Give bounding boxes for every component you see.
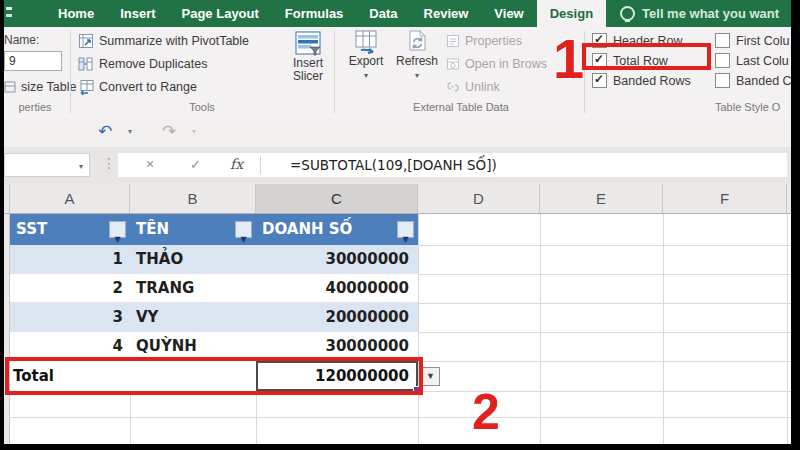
summarize-pivottable-button[interactable]: Summarize with PivotTable (78, 32, 249, 50)
annotation-box-total-row (582, 43, 711, 70)
gridline (418, 214, 419, 444)
open-in-browser-button-disabled: Open in Brows (446, 55, 547, 73)
lightbulb-icon (620, 6, 635, 21)
table-row[interactable]: 3 VY 20000000 (10, 303, 418, 332)
gridline (418, 303, 791, 304)
browser-icon (446, 57, 460, 71)
unlink-icon (446, 80, 460, 94)
name-box-dropdown-icon[interactable]: ▾ (79, 162, 83, 171)
tab-page-layout[interactable]: Page Layout (169, 0, 272, 27)
app-icon (4, 0, 15, 27)
column-headers: A B C D E F (4, 184, 791, 214)
annotation-box-total-result (5, 357, 423, 395)
properties-group-label: perties (4, 101, 66, 113)
tab-review[interactable]: Review (411, 0, 482, 27)
table-row[interactable]: 1 THẢO 30000000 (10, 245, 418, 274)
annotation-step-2: 2 (472, 389, 500, 435)
tab-view[interactable]: View (481, 0, 536, 27)
insert-function-icon[interactable]: fx (230, 156, 243, 172)
header-cell-ten[interactable]: TÊN (130, 214, 256, 245)
annotation-step-1: 1 (553, 31, 584, 87)
header-cell-sst[interactable]: SST (10, 214, 130, 245)
undo-icon[interactable]: ↶ (98, 121, 112, 143)
external-table-data-group-label: External Table Data (338, 101, 584, 113)
gridline (418, 332, 791, 333)
table-header-row: SST TÊN DOANH SỐ (10, 214, 418, 245)
tell-me-box[interactable]: Tell me what you want (606, 0, 779, 27)
gridline (787, 214, 788, 444)
divider (260, 156, 261, 174)
export-icon (353, 29, 379, 55)
checkbox-unchecked-icon[interactable] (715, 73, 730, 88)
properties-icon (446, 34, 460, 48)
column-header-d[interactable]: D (418, 184, 540, 213)
resize-table-icon (4, 81, 16, 93)
ribbon: Name: size Table perties Summarize with … (4, 27, 791, 119)
table-name-label: Name: (4, 33, 39, 47)
quick-access-toolbar: ↶ ▾ ↷ ▾ (4, 118, 791, 147)
column-header-c-selected[interactable]: C (256, 184, 418, 213)
pivottable-icon (78, 33, 94, 49)
convert-to-range-button[interactable]: Convert to Range (78, 78, 197, 96)
table-name-input[interactable] (4, 51, 62, 71)
tab-insert[interactable]: Insert (107, 0, 168, 27)
tab-design-active[interactable]: Design (537, 0, 606, 27)
checkbox-banded-rows[interactable]: Banded Rows (592, 73, 691, 88)
redo-dropdown-icon-disabled: ▾ (192, 127, 196, 136)
checkbox-last-column[interactable]: Last Colu (715, 53, 789, 68)
filter-dropdown-icon[interactable] (235, 221, 252, 238)
convert-to-range-icon (78, 79, 94, 95)
tab-home[interactable]: Home (45, 0, 107, 27)
checkbox-unchecked-icon[interactable] (715, 53, 730, 68)
checkbox-first-column[interactable]: First Colu (715, 33, 789, 48)
formula-bar-row: ▾ ⋮ × ✓ fx =SUBTOTAL(109,[DOANH SỐ]) (4, 147, 791, 186)
checkbox-unchecked-icon[interactable] (715, 33, 730, 48)
export-dropdown-icon[interactable]: ▾ (364, 69, 368, 82)
total-row-function-dropdown[interactable]: ▼ (421, 367, 440, 386)
excel-window: Home Insert Page Layout Formulas Data Re… (4, 0, 791, 444)
gridline (418, 274, 791, 275)
undo-dropdown-icon[interactable]: ▾ (128, 127, 132, 136)
column-header-a[interactable]: A (10, 184, 130, 213)
cancel-icon[interactable]: × (146, 156, 154, 172)
filter-dropdown-icon[interactable] (109, 221, 126, 238)
name-box[interactable]: ▾ (4, 153, 90, 177)
column-header-b[interactable]: B (130, 184, 256, 213)
gridline (418, 245, 791, 246)
gridline (663, 214, 664, 444)
tools-group-label: Tools (70, 101, 334, 113)
filter-dropdown-icon[interactable] (397, 221, 414, 238)
header-cell-doanh-so[interactable]: DOANH SỐ (256, 214, 418, 245)
gridline (10, 417, 791, 418)
table-row[interactable]: 2 TRANG 40000000 (10, 274, 418, 303)
tell-me-label: Tell me what you want (642, 6, 779, 21)
unlink-button-disabled: Unlink (446, 78, 500, 96)
column-header-e[interactable]: E (540, 184, 663, 213)
export-button[interactable]: Export ▾ (343, 29, 389, 82)
enter-icon[interactable]: ✓ (190, 157, 201, 172)
remove-duplicates-button[interactable]: Remove Duplicates (78, 55, 207, 73)
column-header-f[interactable]: F (663, 184, 787, 213)
resize-table-button[interactable]: size Table (4, 78, 76, 96)
table-style-options-group-label: Table Style O (715, 101, 791, 113)
formula-bar-grip-icon: ⋮ (102, 155, 116, 171)
tab-formulas[interactable]: Formulas (272, 0, 357, 27)
refresh-dropdown-icon[interactable]: ▾ (415, 69, 419, 82)
formula-text[interactable]: =SUBTOTAL(109,[DOANH SỐ]) (290, 157, 497, 173)
refresh-button[interactable]: Refresh ▾ (393, 29, 441, 82)
checkbox-banded-columns[interactable]: Banded C (715, 73, 791, 88)
ribbon-tab-bar: Home Insert Page Layout Formulas Data Re… (4, 0, 791, 27)
redo-icon-disabled: ↷ (162, 121, 176, 143)
formula-field[interactable]: × ✓ fx =SUBTOTAL(109,[DOANH SỐ]) (118, 153, 787, 177)
checkbox-checked-icon[interactable] (592, 73, 607, 88)
tab-data[interactable]: Data (356, 0, 410, 27)
properties-button-disabled: Properties (446, 32, 522, 50)
refresh-icon (404, 29, 430, 55)
gridline (418, 361, 791, 362)
insert-slicer-icon (294, 29, 322, 57)
group-separator (334, 31, 335, 113)
gridline (540, 214, 541, 444)
remove-duplicates-icon (78, 56, 94, 72)
insert-slicer-button[interactable]: Insert Slicer (281, 29, 335, 83)
